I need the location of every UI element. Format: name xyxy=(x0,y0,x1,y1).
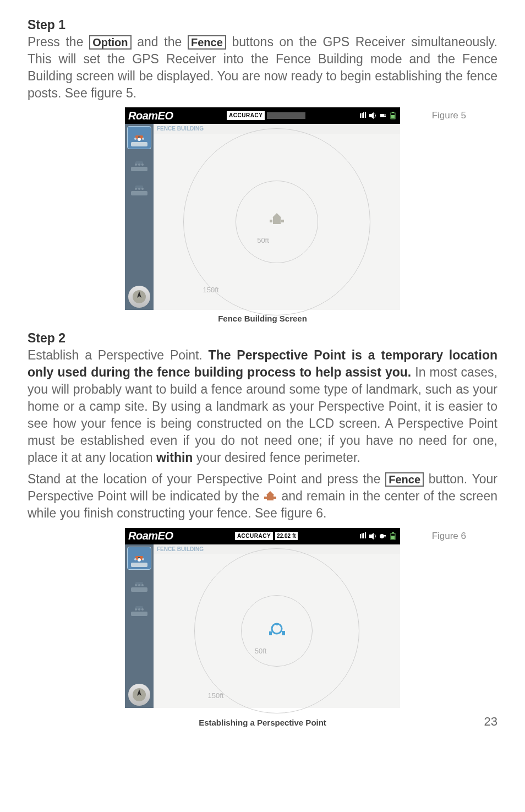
svg-rect-2 xyxy=(363,112,364,118)
page-number: 23 xyxy=(380,713,498,730)
svg-rect-29 xyxy=(365,532,366,538)
sound-icon-2 xyxy=(369,532,377,540)
brand-logo-2: RoamEO xyxy=(128,528,173,543)
figure5-body: FENCE BUILDING 50ft 150ft xyxy=(125,124,400,310)
plug-icon-2 xyxy=(379,532,387,540)
svg-rect-6 xyxy=(384,115,386,116)
step2-text-a: Establish a Perspective Point. xyxy=(28,348,209,362)
sidebar-tab-2[interactable] xyxy=(127,152,151,173)
svg-rect-44 xyxy=(276,623,278,625)
svg-rect-36 xyxy=(392,532,394,533)
step2-label: Step 2 xyxy=(28,330,497,347)
step2-paragraph-2: Stand at the location of your Perspectiv… xyxy=(28,471,497,522)
satellite-icon xyxy=(359,112,367,119)
svg-rect-9 xyxy=(391,115,395,118)
fence-button-label-2: Fence xyxy=(385,472,424,487)
svg-rect-7 xyxy=(384,116,386,117)
option-button-label: Option xyxy=(89,35,131,50)
figure6-caption: Establishing a Perspective Point xyxy=(145,717,380,728)
plug-icon xyxy=(379,112,387,119)
collar-icon-f6 xyxy=(134,549,144,557)
svg-point-31 xyxy=(380,534,384,538)
accuracy-bar xyxy=(267,112,305,119)
svg-rect-1 xyxy=(362,113,363,118)
svg-marker-23 xyxy=(266,491,274,495)
step2-text-c: your desired fence perimeter. xyxy=(196,450,360,465)
collar-icon-3 xyxy=(134,179,144,187)
svg-rect-22 xyxy=(267,495,274,500)
accuracy-label: ACCURACY xyxy=(227,111,265,120)
svg-rect-46 xyxy=(282,631,285,635)
figure5-map: 50ft 150ft xyxy=(154,134,400,310)
svg-rect-33 xyxy=(384,536,386,537)
figure5-caption: Fence Building Screen xyxy=(28,313,497,324)
step1-text-a: Press the xyxy=(28,35,89,49)
figure6-label: Figure 6 xyxy=(432,530,466,543)
compass-button[interactable] xyxy=(128,286,150,308)
collar-icon-2 xyxy=(134,155,144,162)
home-icon xyxy=(267,212,286,232)
sidebar-tab-active[interactable] xyxy=(127,126,151,149)
perspective-point-icon xyxy=(267,622,287,640)
sidebar-tab-3[interactable] xyxy=(127,177,151,198)
tab-dots xyxy=(134,138,144,141)
svg-marker-30 xyxy=(369,533,374,539)
figure5-wrap: Figure 5 RoamEO ACCURACY xyxy=(28,107,497,324)
svg-rect-28 xyxy=(363,533,364,538)
figure5-screenshot: Figure 5 RoamEO ACCURACY xyxy=(125,107,400,310)
accuracy-label-2: ACCURACY xyxy=(235,532,273,541)
satellite-icon-2 xyxy=(359,532,367,540)
accuracy-group: ACCURACY xyxy=(227,111,305,120)
accuracy-value: 22.02 ft xyxy=(275,532,297,541)
inner-ring-label-2: 50ft xyxy=(255,646,267,656)
tab-bar xyxy=(131,142,147,146)
fence-button-label: Fence xyxy=(188,35,226,50)
svg-rect-26 xyxy=(360,534,361,538)
step1-label: Step 1 xyxy=(28,17,497,34)
sidebar-tab-2-f6[interactable] xyxy=(127,573,151,594)
figure6-topbar: RoamEO ACCURACY 22.02 ft xyxy=(125,528,400,544)
figure6-map: 50ft 150ft xyxy=(154,554,400,708)
svg-rect-3 xyxy=(365,112,366,118)
battery-icon xyxy=(389,112,397,119)
figure6-body: FENCE BUILDING 50ft 150ft xyxy=(125,544,400,709)
svg-rect-5 xyxy=(380,114,384,117)
brand-logo: RoamEO xyxy=(128,108,173,123)
status-icons xyxy=(359,112,397,119)
svg-rect-25 xyxy=(274,497,276,499)
sidebar-tab-3-f6[interactable] xyxy=(127,597,151,618)
figure5-sidebar xyxy=(125,124,154,310)
svg-rect-20 xyxy=(270,220,272,222)
step2-paragraph-1: Establish a Perspective Point. The Persp… xyxy=(28,347,497,466)
step2-bold-2: within xyxy=(156,450,193,465)
figure5-topbar: RoamEO ACCURACY xyxy=(125,107,400,124)
status-icons-2 xyxy=(359,532,397,540)
figure6-wrap: Figure 6 RoamEO ACCURACY 22.02 ft xyxy=(28,528,497,730)
svg-marker-19 xyxy=(272,213,281,217)
svg-rect-21 xyxy=(281,220,284,222)
outer-ring-label-2: 150ft xyxy=(208,691,224,701)
home-icon-inline xyxy=(263,489,281,503)
step2-p2-a: Stand at the location of your Perspectiv… xyxy=(28,472,385,486)
inner-ring-label: 50ft xyxy=(257,236,269,246)
step1-paragraph: Press the Option and the Fence buttons o… xyxy=(28,34,497,102)
step1-text-b: and the xyxy=(137,35,188,49)
figure6-sidebar xyxy=(125,544,154,709)
accuracy-group-2: ACCURACY 22.02 ft xyxy=(235,532,298,541)
svg-rect-35 xyxy=(391,536,395,539)
svg-rect-18 xyxy=(273,217,281,224)
battery-icon-2 xyxy=(389,532,397,540)
compass-button-2[interactable] xyxy=(128,684,150,706)
figure6-screenshot: Figure 6 RoamEO ACCURACY 22.02 ft xyxy=(125,528,400,709)
sound-icon xyxy=(369,112,377,119)
svg-rect-24 xyxy=(264,497,267,499)
collar-icon xyxy=(134,129,144,137)
svg-rect-27 xyxy=(362,533,363,538)
svg-marker-4 xyxy=(369,112,374,119)
outer-ring-label: 150ft xyxy=(203,285,219,295)
svg-rect-32 xyxy=(384,535,386,536)
sidebar-tab-active-2[interactable] xyxy=(127,547,151,570)
svg-rect-10 xyxy=(392,112,394,113)
svg-rect-0 xyxy=(360,113,361,118)
figure5-label: Figure 5 xyxy=(432,110,466,122)
